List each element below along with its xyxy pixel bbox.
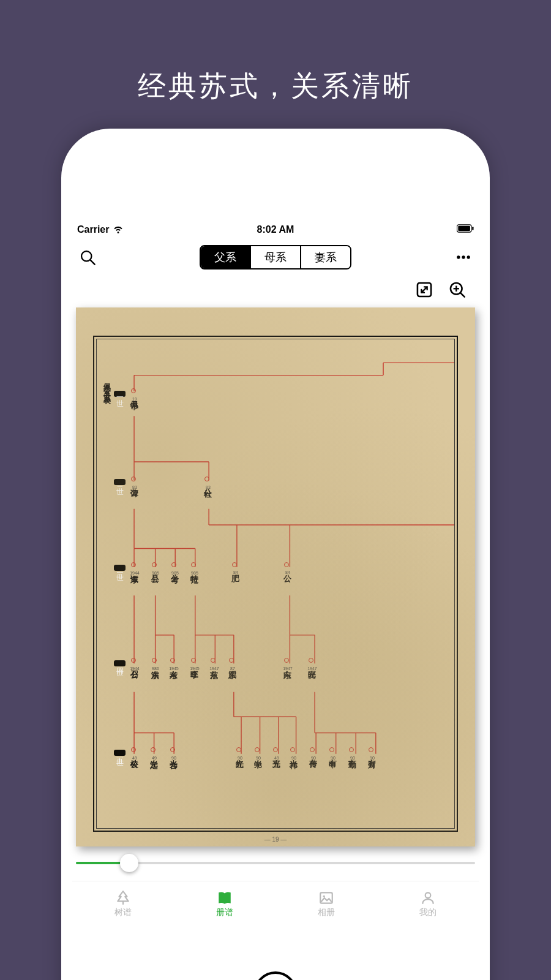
wifi-icon [113,223,124,236]
person[interactable]: 有勤90 [348,753,357,761]
search-button[interactable] [77,247,98,268]
person[interactable]: 旦公985 [151,568,160,576]
tab-paternal[interactable]: 父系 [201,246,251,268]
svg-rect-1 [458,226,470,231]
status-bar: Carrier 8:02 AM [72,221,479,241]
tab-bar: 树谱 册谱 相册 我的 [72,881,479,918]
person[interactable]: 公谭83 [130,483,139,490]
person[interactable]: 光红90 [235,753,244,761]
person[interactable]: 东肥87 [228,664,237,671]
genealogy-page: 佩帝公支下世系表 [76,307,475,846]
tab-album[interactable]: 相册 [318,890,335,918]
zoom-in-button[interactable] [447,279,468,300]
person[interactable]: 公杜83 [203,483,212,490]
gen-3-label: 三世 [114,565,126,571]
person[interactable]: 肥84 [231,568,240,575]
person[interactable]: 佩帝19 [130,394,139,402]
phone-frame: Carrier 8:02 AM 父系 母系 妻系 [61,129,490,980]
person[interactable]: 光五49 [272,753,281,761]
person[interactable]: 光祥90 [289,753,298,761]
tab-book[interactable]: 册谱 [216,890,233,918]
gen-4-label: 四世 [114,660,126,666]
lineage-segmented: 父系 母系 妻系 [200,245,351,270]
svg-point-64 [323,895,325,897]
person[interactable]: 特范985 [190,568,199,576]
tab-spouse[interactable]: 妻系 [301,246,350,268]
gen-2-label: 二世 [114,479,126,485]
person[interactable]: 东向1947 [283,664,293,671]
zoom-slider[interactable] [76,854,475,872]
person[interactable]: 东考1945 [169,664,179,671]
person[interactable]: 公84 [283,568,292,575]
person[interactable]: 光定49 [149,753,159,761]
person[interactable]: 光中90 [253,753,263,761]
person[interactable]: 李旺1945 [190,664,200,671]
battery-icon [457,224,474,235]
canvas-tools [72,273,479,303]
page-number: — 19 — [264,836,287,843]
svg-rect-2 [472,227,473,230]
toolbar: 父系 母系 妻系 [72,241,479,273]
tab-me[interactable]: 我的 [419,890,437,918]
svg-point-6 [462,255,465,258]
person[interactable]: 光暝1947 [307,664,317,671]
svg-line-4 [91,260,95,265]
svg-point-65 [425,892,431,898]
tree-icon [114,890,132,906]
image-icon [318,890,335,906]
canvas[interactable]: 佩帝公支下世系表 [72,303,479,846]
gen-5-label: 五世 [114,750,126,756]
svg-rect-63 [320,892,332,903]
person[interactable]: 光合90 [169,753,178,761]
svg-point-5 [457,255,460,258]
person[interactable]: 有财90 [367,753,377,761]
person[interactable]: 东范1947 [209,664,219,671]
tab-tree[interactable]: 树谱 [114,890,132,918]
more-button[interactable] [453,247,474,268]
person[interactable]: 有申90 [328,753,337,761]
svg-line-12 [461,293,465,297]
user-icon [419,890,437,906]
tab-maternal[interactable]: 母系 [251,246,301,268]
home-button[interactable] [254,971,297,980]
person[interactable]: 有传90 [309,753,318,761]
book-icon [216,890,233,906]
fullscreen-button[interactable] [414,279,435,300]
person[interactable]: 东洪986 [151,664,160,671]
gen-1-label: 一世 [114,391,126,397]
clock: 8:02 AM [257,224,294,235]
svg-point-7 [467,255,470,258]
carrier-label: Carrier [77,224,109,235]
person[interactable]: 棱公49 [130,753,139,761]
person[interactable]: 召公1944 [130,664,140,671]
person[interactable]: 公考985 [170,568,179,576]
hero-title: 经典苏式，关系清晰 [0,67,551,105]
person[interactable]: 东谭1944 [130,568,140,576]
slider-thumb[interactable] [120,854,138,872]
